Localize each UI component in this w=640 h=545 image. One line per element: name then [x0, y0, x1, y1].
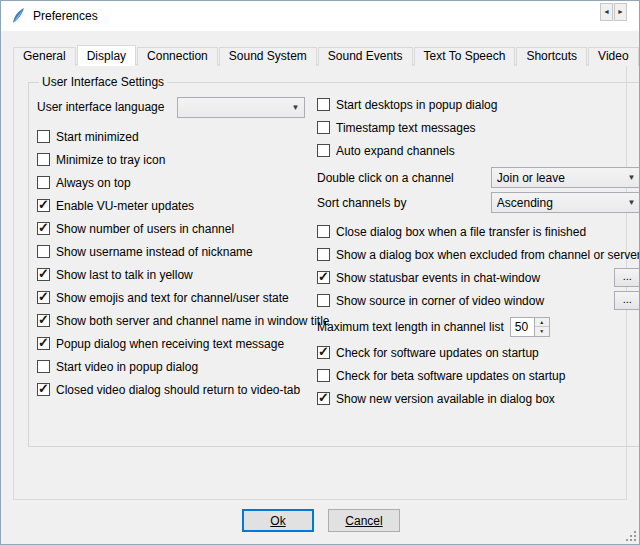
checkbox-desktops-popup[interactable]: Start desktops in popup dialog: [317, 93, 640, 116]
window-title: Preferences: [33, 9, 98, 23]
checkbox-box: [37, 222, 50, 235]
checkbox-check-beta-updates[interactable]: Check for beta software updates on start…: [317, 364, 640, 387]
tab-scroll: ◄ ►: [600, 3, 627, 21]
tab-general[interactable]: General: [13, 47, 76, 66]
checkbox-box: [317, 346, 330, 359]
double-click-dropdown-value: Join or leave: [497, 171, 623, 185]
max-text-length-label: Maximum text length in channel list: [317, 320, 504, 334]
app-icon: [9, 7, 27, 25]
video-source-options-button[interactable]: ...: [614, 291, 640, 310]
checkbox-label: Popup dialog when receiving text message: [56, 337, 284, 351]
tab-video[interactable]: Video: [588, 47, 638, 66]
checkbox-label: Closed video dialog should return to vid…: [56, 383, 300, 397]
checkbox-video-return-tab[interactable]: Closed video dialog should return to vid…: [37, 378, 309, 401]
checkbox-dialog-when-excluded[interactable]: Show a dialog box when excluded from cha…: [317, 243, 640, 266]
checkbox-show-username[interactable]: Show username instead of nickname: [37, 240, 309, 263]
checkbox-box: [317, 294, 330, 307]
tab-scroll-left-icon[interactable]: ◄: [600, 3, 613, 21]
checkbox-popup-text-message[interactable]: Popup dialog when receiving text message: [37, 332, 309, 355]
checkbox-show-user-count[interactable]: Show number of users in channel: [37, 217, 309, 240]
checkbox-label: Start video in popup dialog: [56, 360, 198, 374]
ok-button[interactable]: Ok: [242, 509, 314, 532]
checkbox-emoji-text-state[interactable]: Show emojis and text for channel/user st…: [37, 286, 309, 309]
chevron-down-icon: ▼: [623, 173, 640, 182]
checkbox-statusbar-events[interactable]: Show statusbar events in chat-window ...: [317, 266, 640, 289]
sort-channels-dropdown[interactable]: Ascending ▼: [491, 192, 640, 213]
checkbox-label: Auto expand channels: [336, 144, 455, 158]
preferences-window: Preferences ✕ General Display Connection…: [0, 0, 640, 545]
tab-connection[interactable]: Connection: [137, 47, 218, 66]
spin-down-icon[interactable]: ▼: [535, 327, 549, 336]
checkbox-label: Show source in corner of video window: [336, 294, 544, 308]
checkbox-box: [37, 245, 50, 258]
checkbox-label: Show a dialog box when excluded from cha…: [336, 248, 640, 262]
language-label: User interface language: [37, 100, 164, 114]
checkbox-box: [37, 130, 50, 143]
max-text-length-spinner[interactable]: 50 ▲ ▼: [510, 317, 550, 337]
checkbox-label: Timestamp text messages: [336, 121, 476, 135]
checkbox-auto-expand-channels[interactable]: Auto expand channels: [317, 139, 640, 162]
checkbox-label: Start desktops in popup dialog: [336, 98, 497, 112]
checkbox-box: [37, 199, 50, 212]
resize-grip[interactable]: [624, 529, 637, 542]
tab-page-display: User Interface Settings User interface l…: [13, 64, 627, 500]
cancel-button[interactable]: Cancel: [328, 509, 400, 532]
tab-sound-system[interactable]: Sound System: [219, 47, 317, 66]
checkbox-label: Minimize to tray icon: [56, 153, 165, 167]
checkbox-server-channel-title[interactable]: Show both server and channel name in win…: [37, 309, 309, 332]
checkbox-label: Start minimized: [56, 130, 139, 144]
tab-shortcuts[interactable]: Shortcuts: [516, 47, 587, 66]
tab-sound-events[interactable]: Sound Events: [318, 47, 413, 66]
double-click-row: Double click on a channel Join or leave …: [317, 166, 640, 189]
checkbox-label: Close dialog box when a file transfer is…: [336, 225, 586, 239]
checkbox-label: Show emojis and text for channel/user st…: [56, 291, 289, 305]
checkbox-label: Always on top: [56, 176, 131, 190]
tab-display[interactable]: Display: [77, 45, 136, 66]
titlebar[interactable]: Preferences ✕: [1, 1, 639, 31]
checkbox-minimize-to-tray[interactable]: Minimize to tray icon: [37, 148, 309, 171]
checkbox-label: Show number of users in channel: [56, 222, 234, 236]
checkbox-timestamp-messages[interactable]: Timestamp text messages: [317, 116, 640, 139]
checkbox-box: [37, 291, 50, 304]
double-click-label: Double click on a channel: [317, 171, 454, 185]
group-user-interface-settings: User Interface Settings User interface l…: [28, 75, 640, 447]
language-row: User interface language ▼: [37, 95, 309, 119]
checkbox-label: Check for software updates on startup: [336, 346, 539, 360]
spin-up-icon[interactable]: ▲: [535, 318, 549, 328]
checkbox-box: [317, 369, 330, 382]
checkbox-vu-meter-updates[interactable]: Enable VU-meter updates: [37, 194, 309, 217]
tab-bar: General Display Connection Sound System …: [13, 45, 639, 66]
checkbox-close-dialog-file-transfer[interactable]: Close dialog box when a file transfer is…: [317, 220, 640, 243]
checkbox-new-version-dialog[interactable]: Show new version available in dialog box: [317, 387, 640, 410]
checkbox-box: [37, 314, 50, 327]
dialog-footer: Ok Cancel: [1, 509, 640, 532]
language-dropdown[interactable]: ▼: [177, 97, 305, 118]
statusbar-events-options-button[interactable]: ...: [614, 268, 640, 287]
checkbox-label: Check for beta software updates on start…: [336, 369, 565, 383]
tab-text-to-speech[interactable]: Text To Speech: [414, 47, 516, 66]
chevron-down-icon: ▼: [287, 103, 304, 112]
checkbox-box: [317, 392, 330, 405]
spinner-buttons: ▲ ▼: [534, 318, 549, 336]
checkbox-box: [37, 383, 50, 396]
double-click-dropdown[interactable]: Join or leave ▼: [491, 167, 640, 188]
left-column: User interface language ▼ Start minimize…: [37, 93, 309, 410]
chevron-down-icon: ▼: [623, 198, 640, 207]
checkbox-video-popup[interactable]: Start video in popup dialog: [37, 355, 309, 378]
max-text-length-row: Maximum text length in channel list 50 ▲…: [317, 315, 640, 338]
checkbox-box: [37, 153, 50, 166]
checkbox-box: [37, 176, 50, 189]
tab-scroll-right-icon[interactable]: ►: [614, 3, 627, 21]
checkbox-always-on-top[interactable]: Always on top: [37, 171, 309, 194]
sort-channels-row: Sort channels by Ascending ▼: [317, 191, 640, 214]
sort-channels-label: Sort channels by: [317, 196, 406, 210]
checkbox-last-talk-yellow[interactable]: Show last to talk in yellow: [37, 263, 309, 286]
checkbox-box: [317, 121, 330, 134]
checkbox-video-source-corner[interactable]: Show source in corner of video window ..…: [317, 289, 640, 312]
sort-channels-dropdown-value: Ascending: [497, 196, 623, 210]
checkbox-label: Show new version available in dialog box: [336, 392, 555, 406]
max-text-length-value[interactable]: 50: [511, 318, 534, 336]
checkbox-box: [317, 98, 330, 111]
checkbox-start-minimized[interactable]: Start minimized: [37, 125, 309, 148]
checkbox-check-updates[interactable]: Check for software updates on startup: [317, 341, 640, 364]
